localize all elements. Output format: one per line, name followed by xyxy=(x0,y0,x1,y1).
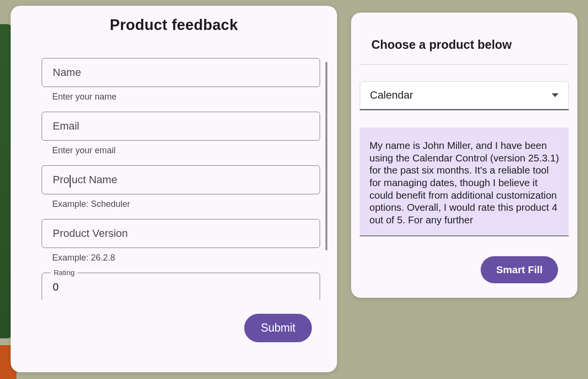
product-dropdown[interactable]: Calendar xyxy=(360,81,569,109)
product-name-input[interactable]: Prouct Name xyxy=(42,165,320,194)
choose-product-title: Choose a product below xyxy=(371,38,577,52)
text-cursor-icon xyxy=(70,175,71,188)
product-description-textarea[interactable]: My name is John Miller, and I have been … xyxy=(360,128,569,236)
page-title: Product feedback xyxy=(11,16,337,34)
product-name-placeholder-part2: uct Name xyxy=(72,174,117,186)
product-version-hint: Example: 26.2.8 xyxy=(52,253,323,263)
product-name-hint: Example: Scheduler xyxy=(52,199,323,209)
chevron-down-icon xyxy=(552,93,559,97)
rating-input[interactable]: Rating 0 xyxy=(42,273,320,300)
scrollbar[interactable] xyxy=(325,62,327,250)
name-input[interactable]: Name xyxy=(42,58,320,87)
submit-button[interactable]: Submit xyxy=(244,314,312,342)
product-name-placeholder-part1: Pro xyxy=(53,174,69,186)
field-name: Name Enter your name xyxy=(42,58,323,102)
field-product-version: Product Version Example: 26.2.8 xyxy=(42,219,323,263)
divider xyxy=(360,64,569,65)
dropdown-selected-value: Calendar xyxy=(370,89,413,102)
smart-fill-panel: Choose a product below Calendar My name … xyxy=(351,13,577,298)
smart-fill-button[interactable]: Smart Fill xyxy=(481,256,558,283)
field-rating: Rating 0 xyxy=(42,273,323,300)
feedback-form-panel: Product feedback Name Enter your name Em… xyxy=(11,6,337,372)
name-hint: Enter your name xyxy=(52,92,323,102)
email-hint: Enter your email xyxy=(52,146,323,156)
form-scroll-area: Name Enter your name Email Enter your em… xyxy=(42,58,323,300)
email-input[interactable]: Email xyxy=(42,112,320,141)
rating-value: 0 xyxy=(53,281,59,293)
field-product-name: Prouct Name Example: Scheduler xyxy=(42,165,323,209)
rating-label: Rating xyxy=(51,268,77,277)
field-email: Email Enter your email xyxy=(42,112,323,156)
product-version-input[interactable]: Product Version xyxy=(42,219,320,248)
